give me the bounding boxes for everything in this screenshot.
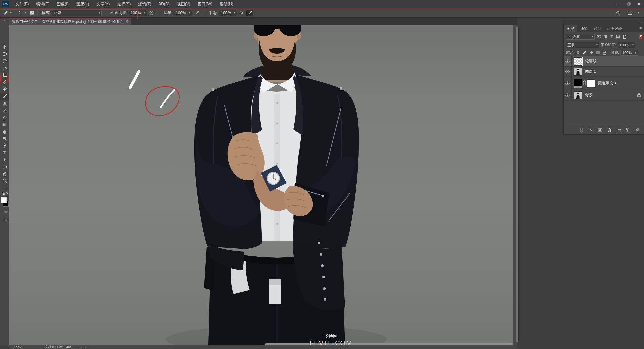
menu-item-7[interactable]: 3D(D): [155, 0, 173, 8]
move-tool[interactable]: [0, 43, 9, 50]
expand-toolbar-icon[interactable]: »: [0, 18, 9, 22]
foreground-color-swatch[interactable]: [1, 197, 7, 203]
dodge-tool[interactable]: [0, 135, 9, 142]
smoothing-select[interactable]: 100%▾: [219, 10, 237, 16]
airbrush-icon[interactable]: [193, 10, 200, 16]
chevron-down-icon[interactable]: ▾: [10, 11, 12, 14]
collapse-panel-icon[interactable]: »: [564, 21, 644, 25]
pressure-opacity-icon[interactable]: [148, 10, 155, 16]
blend-mode-select[interactable]: 正常▾: [52, 10, 102, 16]
lasso-tool[interactable]: [0, 57, 9, 64]
type-tool[interactable]: T: [0, 149, 9, 156]
menu-item-8[interactable]: 视图(V): [173, 0, 194, 8]
lock-icon[interactable]: [602, 50, 608, 56]
quick-selection-tool[interactable]: [0, 64, 9, 72]
layer-fill-select[interactable]: 100%▾: [620, 50, 638, 56]
layer-opacity-select[interactable]: 100%▾: [618, 42, 635, 48]
trash-icon[interactable]: [635, 127, 641, 133]
gear-icon[interactable]: [238, 10, 245, 16]
menu-item-0[interactable]: 文件(F): [12, 0, 32, 8]
menu-item-2[interactable]: 图像(I): [53, 0, 72, 8]
transparent-layer-thumbnail[interactable]: [574, 57, 582, 66]
frame-icon[interactable]: [595, 50, 601, 56]
healing-brush-tool[interactable]: [0, 86, 9, 93]
eye-icon[interactable]: [564, 67, 572, 76]
airbrush-pressure-button[interactable]: [246, 10, 253, 16]
minimize-icon[interactable]: [614, 0, 624, 8]
zoom-tool[interactable]: [0, 177, 9, 184]
folder-icon[interactable]: [616, 127, 622, 133]
panel-tab-通道[interactable]: 通道: [577, 25, 591, 32]
panel-tab-路径[interactable]: 路径: [591, 25, 604, 32]
type-icon[interactable]: T: [609, 34, 614, 40]
hand-tool[interactable]: [0, 170, 9, 177]
panel-tab-图层[interactable]: 图层: [564, 25, 577, 32]
filter-toggle[interactable]: [639, 34, 642, 39]
checker-icon[interactable]: [575, 50, 581, 56]
vertical-scrollbar[interactable]: [513, 25, 517, 345]
brush-tool[interactable]: [0, 93, 9, 100]
layer-row-2[interactable]: 颜色填充 1: [564, 77, 644, 90]
chain-icon[interactable]: [579, 127, 584, 133]
restore-icon[interactable]: [624, 0, 634, 8]
status-prev-icon[interactable]: <: [85, 345, 87, 349]
clone-stamp-tool[interactable]: [0, 100, 9, 107]
gradient-tool[interactable]: [0, 121, 9, 128]
document-tab[interactable]: 摄影与手绘结合：给照片创建隐形衣服.psd @ 100% (轮廓线, RGB/8…: [9, 18, 131, 25]
mask-icon[interactable]: [597, 127, 603, 133]
menu-item-6[interactable]: 滤镜(T): [134, 0, 155, 8]
photo-layer-thumbnail[interactable]: [574, 91, 582, 99]
layer-row-3[interactable]: 背景: [564, 90, 644, 101]
flow-select[interactable]: 100%▾: [174, 10, 192, 16]
layer-row-0[interactable]: 轮廓线: [564, 56, 644, 67]
layer-blend-mode-select[interactable]: 正常▾: [566, 42, 599, 48]
workspace-icon[interactable]: [626, 10, 633, 16]
swap-colors-icon[interactable]: [1, 191, 9, 197]
brush-panel-toggle-icon[interactable]: [29, 10, 35, 16]
fill-layer-thumbnail[interactable]: [574, 79, 582, 88]
eraser-tool[interactable]: [0, 114, 9, 121]
menu-item-9[interactable]: 窗口(W): [194, 0, 216, 8]
shape-tool[interactable]: [0, 163, 9, 170]
eye-icon[interactable]: [564, 90, 572, 100]
menu-item-3[interactable]: 图层(L): [73, 0, 93, 8]
brush-icon[interactable]: [582, 50, 588, 56]
chevron-down-icon[interactable]: ▾: [638, 11, 639, 14]
crop-tool[interactable]: [0, 72, 9, 79]
quick-mask-button[interactable]: [1, 210, 11, 216]
close-icon[interactable]: [634, 0, 644, 8]
canvas[interactable]: 飞特网 FEVTE.COM: [9, 25, 517, 345]
history-brush-tool[interactable]: [0, 107, 9, 114]
image-icon[interactable]: [596, 34, 602, 40]
frame-icon[interactable]: [615, 34, 621, 40]
brush-size-preview[interactable]: 4: [17, 11, 22, 15]
screen-mode-button[interactable]: [1, 217, 11, 223]
eye-icon[interactable]: [564, 77, 572, 90]
panel-tab-历史记录[interactable]: 历史记录: [604, 25, 625, 32]
blur-tool[interactable]: [0, 128, 9, 135]
filter-type-select[interactable]: 类型 ▾: [566, 34, 595, 40]
page-icon[interactable]: [622, 34, 627, 40]
adjust-icon[interactable]: [607, 127, 612, 133]
zoom-level-field[interactable]: 100%: [14, 345, 32, 349]
eyedropper-tool[interactable]: [0, 79, 9, 86]
opacity-select[interactable]: 100%▾: [129, 10, 147, 16]
edit-toolbar[interactable]: [0, 184, 9, 191]
adjust-icon[interactable]: [602, 34, 608, 40]
menu-item-10[interactable]: 帮助(H): [216, 0, 237, 8]
photo-layer-thumbnail[interactable]: [574, 68, 582, 76]
menu-item-4[interactable]: 文字(Y): [93, 0, 113, 8]
layer-mask-thumbnail[interactable]: [587, 79, 595, 87]
status-next-icon[interactable]: >: [80, 345, 82, 349]
pen-tool[interactable]: [0, 142, 9, 149]
fx-icon[interactable]: fx: [588, 127, 594, 133]
chevron-down-icon[interactable]: ▾: [25, 11, 26, 14]
path-select-tool[interactable]: [0, 156, 9, 163]
move-icon[interactable]: [589, 50, 594, 56]
close-icon[interactable]: ×: [126, 19, 128, 24]
search-icon[interactable]: [615, 10, 622, 16]
eye-icon[interactable]: [564, 56, 572, 66]
new-layer-icon[interactable]: [626, 127, 631, 133]
menu-item-5[interactable]: 选择(S): [113, 0, 134, 8]
brush-preset-icon[interactable]: [2, 10, 9, 16]
